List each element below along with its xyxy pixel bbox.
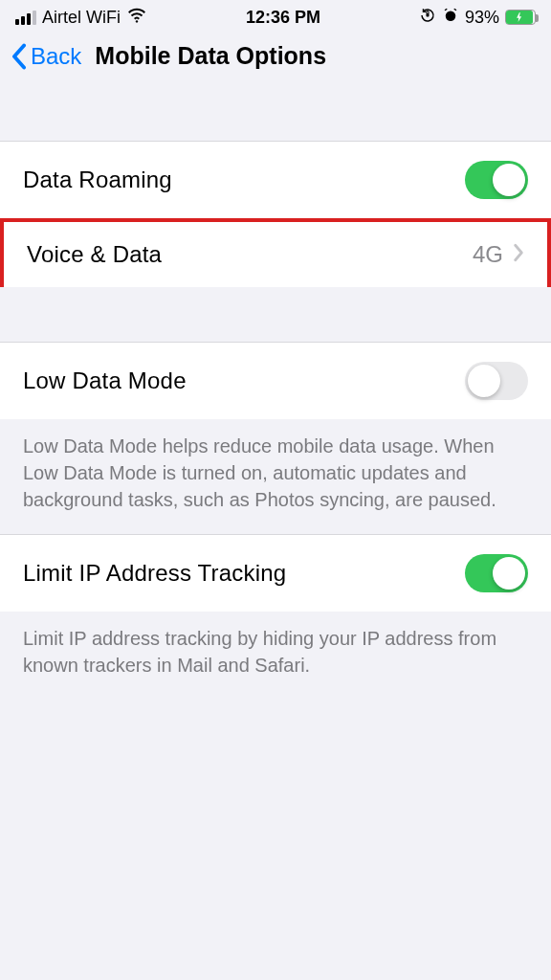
data-roaming-toggle[interactable]: [465, 161, 528, 199]
status-right: 93%: [419, 7, 536, 29]
limit-ip-tracking-label: Limit IP Address Tracking: [23, 560, 286, 587]
low-data-mode-row[interactable]: Low Data Mode: [0, 343, 551, 419]
limit-ip-tracking-toggle[interactable]: [465, 554, 528, 592]
voice-data-label: Voice & Data: [27, 241, 162, 268]
data-roaming-row[interactable]: Data Roaming: [0, 142, 551, 219]
limit-ip-tracking-footer: Limit IP address tracking by hiding your…: [0, 612, 551, 700]
status-time: 12:36 PM: [246, 8, 320, 28]
chevron-right-icon: [513, 243, 524, 266]
battery-icon: [505, 10, 536, 25]
voice-data-row[interactable]: Voice & Data 4G: [0, 218, 551, 287]
back-label: Back: [31, 43, 81, 70]
data-roaming-label: Data Roaming: [23, 167, 172, 193]
svg-point-0: [136, 20, 138, 22]
settings-group-1: Data Roaming Voice & Data 4G: [0, 141, 551, 287]
voice-data-value: 4G: [473, 241, 503, 268]
settings-group-2: Low Data Mode: [0, 342, 551, 419]
battery-percent: 93%: [465, 8, 499, 28]
svg-point-2: [446, 11, 456, 21]
limit-ip-tracking-row[interactable]: Limit IP Address Tracking: [0, 535, 551, 612]
chevron-left-icon: [10, 43, 29, 70]
status-left: Airtel WiFi: [15, 5, 147, 31]
nav-bar: Back Mobile Data Options: [0, 31, 551, 87]
settings-group-3: Limit IP Address Tracking: [0, 534, 551, 612]
low-data-mode-footer: Low Data Mode helps reduce mobile data u…: [0, 419, 551, 534]
back-button[interactable]: Back: [10, 43, 81, 70]
wifi-icon: [126, 5, 147, 31]
cellular-signal-icon: [15, 11, 36, 25]
low-data-mode-label: Low Data Mode: [23, 368, 187, 394]
page-title: Mobile Data Options: [95, 42, 326, 70]
alarm-icon: [442, 7, 459, 29]
svg-rect-1: [426, 12, 429, 16]
orientation-lock-icon: [419, 7, 436, 29]
low-data-mode-toggle[interactable]: [465, 362, 528, 400]
status-bar: Airtel WiFi 12:36 PM 93%: [0, 0, 551, 31]
carrier-label: Airtel WiFi: [42, 8, 121, 28]
